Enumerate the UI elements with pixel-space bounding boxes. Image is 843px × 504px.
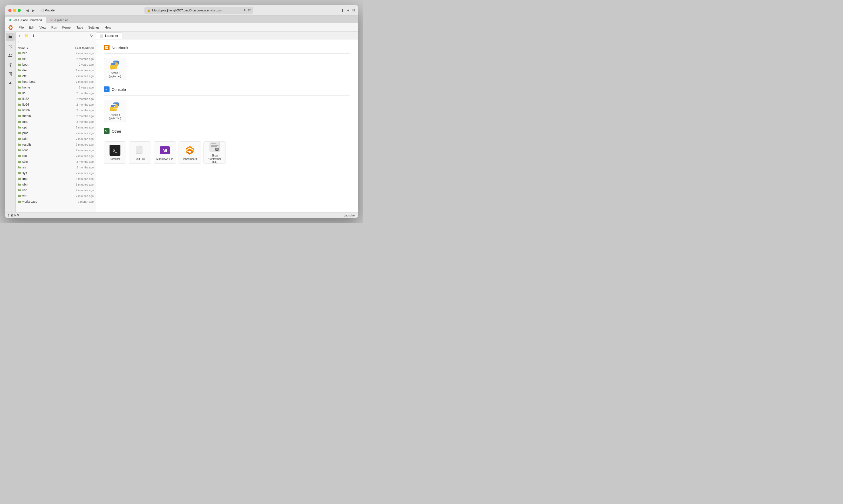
folder-icon	[18, 189, 21, 192]
file-row[interactable]: bcp 7 minutes ago	[16, 50, 96, 56]
folder-icon	[18, 172, 21, 175]
file-list: bcp 7 minutes ago bin 2 months ago boot …	[16, 50, 96, 212]
menu-kernel[interactable]: Kernel	[60, 25, 74, 30]
launcher-contextualhelp[interactable]: ShowContextual Help	[203, 141, 226, 164]
file-row[interactable]: lib64 2 months ago	[16, 102, 96, 107]
launcher-python3-notebook[interactable]: Python 3(ipykernel)	[104, 58, 126, 80]
new-folder-button[interactable]: 📁	[23, 33, 30, 38]
file-row[interactable]: heartbeat 7 minutes ago	[16, 79, 96, 85]
markdown-icon: M	[159, 145, 170, 156]
menu-run[interactable]: Run	[49, 25, 60, 30]
file-row[interactable]: opt 7 minutes ago	[16, 125, 96, 130]
close-button[interactable]	[8, 9, 12, 12]
file-row[interactable]: workspace a month ago	[16, 199, 96, 204]
launcher-textfile[interactable]: Text File	[129, 141, 151, 164]
textfile-icon	[134, 145, 145, 156]
file-row[interactable]: root 7 minutes ago	[16, 147, 96, 153]
file-row[interactable]: dev 7 minutes ago	[16, 68, 96, 73]
file-row[interactable]: sys 7 minutes ago	[16, 170, 96, 176]
launcher-python3-console[interactable]: Python 3(ipykernel)	[104, 100, 126, 122]
menu-view[interactable]: View	[37, 25, 49, 30]
sidebar-icon-tools[interactable]	[6, 61, 15, 69]
other-section-title: $_ Other	[104, 128, 351, 134]
file-name: root	[22, 148, 62, 152]
maximize-button[interactable]	[18, 9, 21, 12]
file-row[interactable]: ubin 8 minutes ago	[16, 182, 96, 187]
file-row[interactable]: sbin 2 months ago	[16, 159, 96, 164]
folder-icon	[18, 120, 21, 124]
launcher-tensorboard[interactable]: Tensorboard	[179, 141, 201, 164]
file-row[interactable]: bin 2 months ago	[16, 56, 96, 62]
file-modified: 2 months ago	[62, 97, 94, 101]
sidebar-icon-folder[interactable]	[6, 33, 15, 41]
private-button[interactable]: ⬜ Private	[38, 8, 57, 13]
url-text: kjfucddpxacjhtenqb0537.omof3rdn.proxy.ac…	[152, 9, 223, 12]
file-row[interactable]: proc 7 minutes ago	[16, 130, 96, 136]
refresh-filebrowser-button[interactable]: ↻	[89, 33, 94, 38]
file-row[interactable]: boot 2 years ago	[16, 62, 96, 68]
launcher-terminal[interactable]: $_ Terminal	[104, 141, 126, 164]
sidebar-icon-git[interactable]: ⌥	[6, 42, 15, 50]
file-row[interactable]: libx32 2 months ago	[16, 107, 96, 113]
shield-icon: 🛡	[248, 9, 251, 12]
sidebar-icon-users[interactable]	[6, 51, 15, 60]
console-grid: Python 3(ipykernel)	[104, 100, 351, 122]
menu-help[interactable]: Help	[102, 25, 114, 30]
launcher-tab[interactable]: ⬜ Launcher	[96, 33, 122, 39]
statusbar-settings-icon[interactable]: ⚙	[17, 214, 19, 217]
file-row[interactable]: home 2 years ago	[16, 85, 96, 90]
python3-notebook-label: Python 3(ipykernel)	[109, 71, 121, 78]
url-bar[interactable]: 🔒 kjfucddpxacjhtenqb0537.omof3rdn.proxy.…	[144, 7, 253, 14]
file-modified: 7 minutes ago	[62, 137, 94, 140]
console-divider	[104, 95, 351, 95]
file-row[interactable]: srv 2 months ago	[16, 164, 96, 170]
statusbar-kernel-icon: ▣	[11, 214, 13, 217]
share-button[interactable]: ⬆	[341, 8, 344, 13]
file-row[interactable]: mnt 2 months ago	[16, 119, 96, 125]
file-row[interactable]: lib 2 months ago	[16, 90, 96, 96]
notebook-grid: Python 3(ipykernel)	[104, 58, 351, 80]
refresh-icon[interactable]: ↻	[244, 8, 246, 12]
file-modified: 7 minutes ago	[62, 149, 94, 152]
file-row[interactable]: usr 7 minutes ago	[16, 187, 96, 193]
file-name: heartbeat	[22, 80, 62, 84]
col-name-header[interactable]: Name ▲	[18, 47, 62, 50]
sidebar-icon-extension[interactable]	[6, 79, 15, 88]
svg-rect-24	[211, 144, 216, 144]
file-name: mnt	[22, 120, 62, 124]
menu-settings[interactable]: Settings	[86, 25, 102, 30]
file-row[interactable]: etc 7 minutes ago	[16, 73, 96, 79]
file-modified: 7 minutes ago	[62, 143, 94, 146]
console-section-icon: >_	[104, 86, 109, 92]
file-row[interactable]: raid 7 minutes ago	[16, 136, 96, 142]
menu-tabs[interactable]: Tabs	[74, 25, 86, 30]
file-row[interactable]: run 7 minutes ago	[16, 153, 96, 159]
other-section-icon: $_	[104, 128, 109, 134]
launcher-markdownfile[interactable]: M Markdown File	[154, 141, 176, 164]
browser-tab-jobs[interactable]: Jobs | Base Command	[5, 17, 46, 23]
file-name: usr	[22, 188, 62, 192]
browser-tab-jupyter[interactable]: ↻ JupyterLab	[46, 17, 72, 23]
python-console-icon	[109, 102, 121, 112]
file-row[interactable]: results 7 minutes ago	[16, 142, 96, 147]
statusbar-right: Launcher	[344, 214, 356, 217]
minimize-button[interactable]	[13, 9, 16, 12]
file-row[interactable]: var 7 minutes ago	[16, 193, 96, 199]
sidebar-icon-notebook[interactable]	[6, 70, 15, 78]
file-row[interactable]: media 2 months ago	[16, 113, 96, 119]
new-file-button[interactable]: +	[17, 33, 22, 38]
split-button[interactable]: ⧉	[353, 8, 355, 13]
menu-edit[interactable]: Edit	[26, 25, 37, 30]
lock-icon: 🔒	[147, 8, 150, 12]
folder-icon	[18, 166, 21, 169]
forward-button[interactable]: ▶	[31, 8, 36, 13]
back-button[interactable]: ◀	[25, 8, 30, 13]
menu-file[interactable]: File	[16, 25, 26, 30]
console-section-title: >_ Console	[104, 86, 351, 92]
file-row[interactable]: lib32 2 months ago	[16, 96, 96, 102]
file-list-header: Name ▲ Last Modified	[16, 46, 96, 50]
newtab-button[interactable]: +	[347, 8, 349, 13]
upload-button[interactable]: ⬆	[31, 33, 36, 38]
file-row[interactable]: tmp 5 minutes ago	[16, 176, 96, 182]
svg-point-4	[8, 25, 13, 30]
